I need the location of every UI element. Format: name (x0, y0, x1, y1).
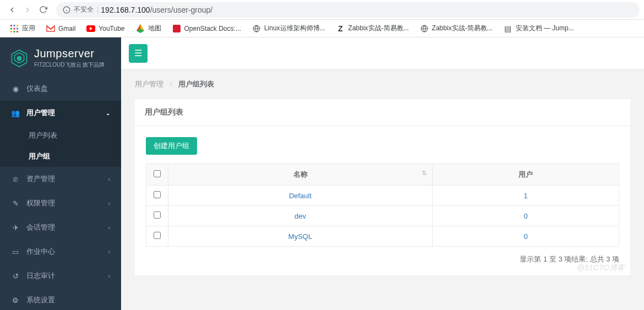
svg-rect-4 (14, 25, 15, 26)
openstack-icon (172, 24, 181, 33)
column-users[interactable]: 用户 (433, 164, 619, 186)
select-all-checkbox[interactable] (154, 170, 161, 177)
bookmarks-bar: 应用 Gmail YouTube 地图 OpenStack Docs:... L… (0, 20, 644, 37)
sidebar-subitem-userlist[interactable]: 用户列表 (0, 125, 121, 146)
reload-button[interactable] (35, 2, 51, 18)
sidebar-item-label: 权限管理 (26, 198, 55, 208)
zabbix-icon: Z (336, 24, 345, 33)
security-label: 不安全 (74, 5, 94, 14)
logo[interactable]: Jumpserver FIT2CLOUD飞致云 旗下品牌 (0, 37, 121, 77)
info-icon (63, 6, 70, 14)
group-users-link[interactable]: 1 (523, 192, 527, 200)
sidebar-item-perms[interactable]: ✎ 权限管理 ‹ (0, 191, 121, 215)
bookmark-install[interactable]: ▤ 安装文档 — Jump... (499, 21, 578, 35)
logo-icon (10, 49, 29, 68)
group-name-link[interactable]: dev (294, 212, 306, 220)
rocket-icon: ✈ (11, 224, 20, 232)
bookmark-zabbix2[interactable]: Zabbix实战-简易教... (416, 21, 497, 35)
sort-icon: ⇅ (422, 170, 427, 177)
url-host: 192.168.7.100 (101, 6, 150, 14)
bookmark-youtube[interactable]: YouTube (82, 22, 129, 35)
bookmark-label: Zabbix实战-简易教... (348, 24, 409, 33)
svg-rect-13 (173, 25, 181, 32)
chevron-left-icon: ‹ (108, 200, 110, 206)
sidebar-subitem-usergroup[interactable]: 用户组 (0, 146, 121, 167)
svg-rect-7 (14, 28, 15, 29)
chevron-left-icon: ‹ (108, 176, 110, 182)
dashboard-icon: ◉ (11, 85, 20, 93)
globe-icon (420, 24, 429, 33)
row-checkbox[interactable] (154, 211, 161, 219)
sidebar-item-assets[interactable]: ⎚ 资产管理 ‹ (0, 167, 121, 191)
sidebar-item-label: 资产管理 (26, 174, 55, 184)
bookmark-gmail[interactable]: Gmail (42, 22, 80, 35)
bookmark-label: Gmail (58, 25, 75, 32)
svg-rect-11 (17, 31, 18, 32)
sidebar-item-jobs[interactable]: ▭ 作业中心 ‹ (0, 240, 121, 264)
svg-rect-10 (14, 31, 15, 32)
logo-subtitle: FIT2CLOUD飞致云 旗下品牌 (34, 61, 105, 69)
sidebar-item-label: 作业中心 (26, 247, 55, 257)
usergroup-table: 名称⇅ 用户 Default 1 dev 0 (146, 164, 619, 247)
svg-rect-8 (17, 28, 18, 29)
apps-icon (10, 24, 19, 33)
back-button[interactable] (4, 2, 20, 18)
sidebar-item-label: 仪表盘 (26, 84, 48, 94)
sidebar-item-settings[interactable]: ⚙ 系统设置 (0, 288, 121, 310)
bookmark-openstack[interactable]: OpenStack Docs:... (168, 22, 245, 35)
table-info: 显示第 1 至 3 项结果; 总共 3 项 (146, 254, 619, 264)
table-row: Default 1 (146, 186, 619, 206)
chevron-down-icon: ⌄ (106, 110, 110, 116)
panel: 用户组列表 创建用户组 名称⇅ 用户 Default (135, 99, 630, 275)
group-users-link[interactable]: 0 (523, 212, 527, 220)
forward-button[interactable] (20, 2, 35, 18)
group-users-link[interactable]: 0 (523, 232, 527, 241)
breadcrumb-current: 用户组列表 (178, 80, 214, 88)
bookmark-label: 安装文档 — Jump... (516, 24, 574, 33)
address-bar[interactable]: 不安全 | 192.168.7.100/users/user-group/ (56, 2, 640, 18)
svg-rect-5 (17, 25, 18, 26)
sidebar: Jumpserver FIT2CLOUD飞致云 旗下品牌 ◉ 仪表盘 👥 用户管… (0, 37, 121, 310)
svg-rect-9 (10, 31, 12, 32)
row-checkbox[interactable] (154, 232, 161, 239)
sidebar-item-audits[interactable]: ↺ 日志审计 ‹ (0, 264, 121, 288)
svg-rect-3 (10, 25, 12, 26)
url-path: /users/user-group/ (150, 6, 213, 14)
group-name-link[interactable]: Default (289, 192, 312, 200)
globe-icon (252, 24, 261, 33)
sidebar-item-label: 会话管理 (26, 222, 55, 232)
breadcrumb: 用户管理 / 用户组列表 (121, 69, 644, 99)
doc-icon: ▤ (504, 24, 512, 33)
row-checkbox[interactable] (154, 191, 161, 198)
bookmark-maps[interactable]: 地图 (132, 21, 166, 35)
gmail-icon (46, 24, 55, 33)
select-all-header (146, 164, 168, 186)
svg-rect-6 (10, 28, 12, 29)
bookmark-apps[interactable]: 应用 (6, 21, 40, 35)
inbox-icon: ⎚ (11, 175, 20, 183)
chevron-left-icon: ‹ (108, 225, 110, 231)
bookmark-linux[interactable]: Linux运维架构师博... (248, 21, 330, 35)
table-row: dev 0 (146, 206, 619, 226)
youtube-icon (86, 24, 95, 33)
sidebar-item-label: 用户列表 (29, 131, 57, 139)
breadcrumb-parent[interactable]: 用户管理 (135, 80, 163, 88)
create-usergroup-button[interactable]: 创建用户组 (146, 137, 197, 155)
sidebar-item-dashboard[interactable]: ◉ 仪表盘 (0, 77, 121, 101)
bookmark-zabbix1[interactable]: Z Zabbix实战-简易教... (332, 21, 413, 35)
sidebar-item-label: 用户管理 (26, 108, 55, 118)
gear-icon: ⚙ (11, 296, 20, 304)
edit-icon: ✎ (11, 199, 20, 208)
column-name[interactable]: 名称⇅ (168, 164, 433, 186)
sidebar-item-sessions[interactable]: ✈ 会话管理 ‹ (0, 215, 121, 240)
topbar: ☰ (121, 37, 644, 69)
menu-icon: ☰ (134, 48, 142, 58)
panel-title: 用户组列表 (135, 99, 630, 126)
sidebar-item-label: 系统设置 (26, 295, 55, 305)
chevron-left-icon: ‹ (108, 249, 110, 255)
sidebar-item-users[interactable]: 👥 用户管理 ⌄ (0, 101, 121, 125)
bookmark-label: 地图 (148, 24, 161, 33)
group-name-link[interactable]: MySQL (288, 232, 312, 241)
table-row: MySQL 0 (146, 226, 619, 247)
sidebar-toggle-button[interactable]: ☰ (129, 44, 148, 63)
